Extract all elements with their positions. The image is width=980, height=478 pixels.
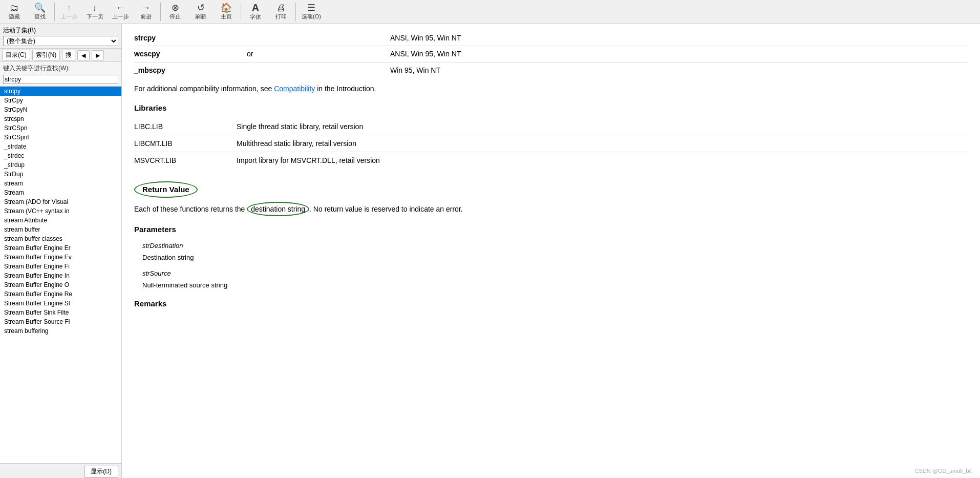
compat-note: For additional compatibility information… — [134, 83, 968, 94]
lib-desc: Single thread static library, retail ver… — [237, 118, 968, 135]
compat-platform: Win 95, Win NT — [390, 62, 968, 78]
tab-index[interactable]: 索引(N) — [32, 50, 60, 60]
destination-string-circled: destination string — [247, 202, 309, 216]
content-panel: strcpyANSI, Win 95, Win NTwcscpy or ANSI… — [122, 24, 980, 478]
next-page-icon: ↓ — [93, 3, 97, 12]
hide-button[interactable]: 🗂 隐藏 — [2, 2, 27, 22]
find-label: 查找 — [34, 13, 46, 20]
prev-page-icon: ← — [116, 3, 125, 12]
font-button[interactable]: A 字体 — [243, 1, 268, 23]
parameters-heading: Parameters — [134, 223, 968, 236]
prev-step-label: 上一步 — [61, 13, 78, 20]
param1-name: strDestination — [142, 241, 968, 252]
list-item[interactable]: Stream Buffer Engine Fi — [0, 262, 121, 271]
tab-contents[interactable]: 目录(C) — [2, 50, 30, 60]
list-item[interactable]: stream buffering — [0, 326, 121, 336]
prev-step-button[interactable]: ↑ 上一步 — [57, 2, 81, 22]
list-item[interactable]: strcspn — [0, 114, 121, 123]
next-page-label: 下一页 — [87, 13, 103, 20]
tabs-row: 目录(C) 索引(N) 搜 ◄ ► — [0, 49, 121, 62]
return-value-heading: Return Value — [134, 181, 198, 198]
list-item[interactable]: StrCSpnI — [0, 133, 121, 142]
libraries-heading: Libraries — [134, 102, 968, 114]
list-item[interactable]: Stream Buffer Engine Ev — [0, 253, 121, 262]
find-icon: 🔍 — [34, 3, 46, 12]
list-item[interactable]: _strdate — [0, 142, 121, 151]
lib-desc: Multithread static library, retail versi… — [237, 135, 968, 152]
print-button[interactable]: 🖨 打印 — [269, 2, 293, 22]
list-item[interactable]: stream buffer classes — [0, 234, 121, 243]
find-button[interactable]: 🔍 查找 — [28, 2, 52, 22]
prev-step-icon: ↑ — [67, 3, 72, 12]
options-button[interactable]: ☰ 选项(O) — [298, 2, 325, 22]
list-item[interactable]: StrDup — [0, 170, 121, 179]
compat-func: wcscpy — [134, 46, 247, 62]
lib-desc: Import library for MSVCRT.DLL, retail ve… — [237, 152, 968, 169]
active-subset-label: 活动子集(B) — [3, 26, 118, 35]
remarks-heading: Remarks — [134, 298, 968, 310]
refresh-button[interactable]: ↺ 刷新 — [188, 2, 213, 22]
list-item[interactable]: stream buffer — [0, 225, 121, 234]
refresh-label: 刷新 — [195, 13, 206, 20]
compat-func: strcpy — [134, 30, 247, 46]
list-item[interactable]: Stream Buffer Engine O — [0, 280, 121, 289]
list-item[interactable]: Stream Buffer Engine In — [0, 271, 121, 280]
lib-name: LIBCMT.LIB — [134, 135, 237, 152]
lib-row: MSVCRT.LIBImport library for MSVCRT.DLL,… — [134, 152, 968, 169]
list-item[interactable]: strcpy — [0, 87, 121, 96]
list-item[interactable]: Stream (VC++ syntax in — [0, 206, 121, 216]
left-panel: 活动子集(B) (整个集合) 目录(C) 索引(N) 搜 ◄ ► 键入关键字进行… — [0, 24, 122, 478]
list-item[interactable]: Stream — [0, 188, 121, 197]
stop-icon: ⊗ — [172, 3, 179, 12]
toolbar-sep-3 — [241, 3, 241, 21]
lib-row: LIBCMT.LIBMultithread static library, re… — [134, 135, 968, 152]
prev-page-label: 上一步 — [112, 13, 129, 20]
lib-row: LIBC.LIBSingle thread static library, re… — [134, 118, 968, 135]
font-label: 字体 — [250, 13, 261, 21]
param2-desc: Null-terminated source string — [142, 280, 968, 291]
nav-prev-button[interactable]: ◄ — [77, 50, 90, 60]
show-button[interactable]: 显示(D) — [84, 466, 118, 477]
list-item[interactable]: Stream Buffer Engine Re — [0, 289, 121, 299]
list-item[interactable]: _strdup — [0, 160, 121, 170]
param1-desc: Destination string — [142, 253, 968, 263]
main-layout: 活动子集(B) (整个集合) 目录(C) 索引(N) 搜 ◄ ► 键入关键字进行… — [0, 24, 980, 478]
compat-header — [247, 62, 390, 78]
font-icon: A — [252, 3, 259, 13]
param2-name: strSource — [142, 268, 968, 279]
forward-label: 前进 — [140, 13, 152, 20]
compatibility-link[interactable]: Compatibility — [274, 85, 315, 93]
list-item[interactable]: Stream Buffer Engine St — [0, 299, 121, 308]
nav-next-button[interactable]: ► — [92, 50, 104, 60]
hide-icon: 🗂 — [10, 3, 19, 12]
list-item[interactable]: Stream Buffer Engine Er — [0, 243, 121, 253]
home-icon: 🏠 — [221, 3, 232, 12]
compat-platform: ANSI, Win 95, Win NT — [390, 30, 968, 46]
toolbar-sep-2 — [160, 3, 161, 21]
prev-page-button[interactable]: ← 上一步 — [108, 2, 133, 22]
list-item[interactable]: StrCSpn — [0, 123, 121, 133]
print-label: 打印 — [275, 13, 287, 20]
list-item[interactable]: Stream Buffer Sink Filte — [0, 308, 121, 317]
stop-button[interactable]: ⊗ 停止 — [163, 2, 187, 22]
tab-search[interactable]: 搜 — [62, 50, 75, 60]
hide-label: 隐藏 — [9, 13, 20, 20]
list-item[interactable]: Stream (ADO for Visual — [0, 197, 121, 206]
list-item[interactable]: Stream Buffer Source Fi — [0, 317, 121, 326]
compat-row: wcscpy or ANSI, Win 95, Win NT — [134, 46, 968, 62]
compat-platform: ANSI, Win 95, Win NT — [390, 46, 968, 62]
list-item[interactable]: stream — [0, 179, 121, 188]
list-item[interactable]: _strdec — [0, 151, 121, 160]
show-button-row: 显示(D) — [0, 463, 121, 478]
list-item[interactable]: stream Attribute — [0, 216, 121, 225]
toolbar-sep-1 — [54, 3, 55, 21]
search-input-wrap — [0, 74, 121, 86]
list-item[interactable]: StrCpy — [0, 96, 121, 105]
forward-button[interactable]: → 前进 — [134, 2, 158, 22]
next-page-button[interactable]: ↓ 下一页 — [82, 2, 107, 22]
compat-row: _mbscpyWin 95, Win NT — [134, 62, 968, 78]
home-button[interactable]: 🏠 主页 — [214, 2, 239, 22]
active-subset-select[interactable]: (整个集合) — [3, 36, 118, 46]
list-item[interactable]: StrCpyN — [0, 105, 121, 114]
search-input[interactable] — [3, 75, 118, 84]
